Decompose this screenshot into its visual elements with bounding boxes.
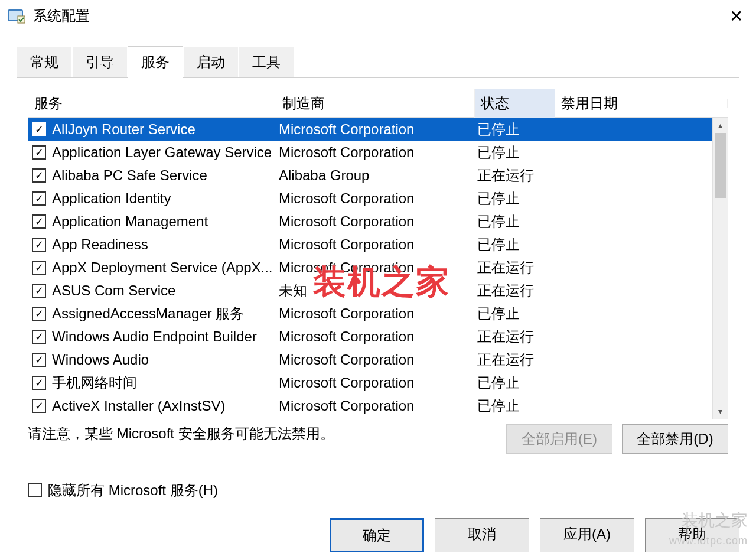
svg-rect-1 [18,16,25,23]
msconfig-icon [7,8,26,24]
column-date-disabled[interactable]: 禁用日期 [555,89,700,118]
cell-date-disabled [555,289,728,292]
column-status[interactable]: 状态 [475,89,555,118]
service-row[interactable]: Application ManagementMicrosoft Corporat… [28,210,728,233]
services-listview: 服务 制造商 状态 禁用日期 AllJoyn Router ServiceMic… [28,89,728,419]
cell-date-disabled [555,313,728,315]
cell-status: 已停止 [475,372,555,393]
service-row[interactable]: Windows AudioMicrosoft Corporation正在运行 [28,348,728,371]
service-row[interactable]: Alibaba PC Safe ServiceAlibaba Group正在运行 [28,164,728,187]
service-row[interactable]: AllJoyn Router ServiceMicrosoft Corporat… [28,118,728,141]
tab-tools[interactable]: 工具 [239,46,294,77]
tab-panel-services: 服务 制造商 状态 禁用日期 AllJoyn Router ServiceMic… [17,77,739,500]
cell-date-disabled [555,382,728,384]
cell-service: Windows Audio Endpoint Builder [50,327,276,346]
cell-service: ActiveX Installer (AxInstSV) [50,396,276,415]
cell-manufacturer: Microsoft Corporation [276,235,475,254]
scroll-up-icon[interactable]: ▴ [713,118,728,133]
row-checkbox[interactable] [32,214,46,229]
service-row[interactable]: 手机网络时间Microsoft Corporation已停止 [28,371,728,394]
row-checkbox[interactable] [32,307,46,321]
close-icon[interactable]: ✕ [724,4,749,28]
cell-manufacturer: Microsoft Corporation [276,212,475,231]
cell-service: AppX Deployment Service (AppX... [50,258,276,277]
cell-manufacturer: Microsoft Corporation [276,120,475,139]
service-row[interactable]: Application Layer Gateway ServiceMicroso… [28,141,728,164]
scroll-thumb[interactable] [715,133,726,198]
cell-manufacturer: Microsoft Corporation [276,396,475,415]
cell-manufacturer: Microsoft Corporation [276,258,475,277]
cell-service: Application Identity [50,189,276,208]
service-row[interactable]: AssignedAccessManager 服务Microsoft Corpor… [28,302,728,325]
cell-date-disabled [555,243,728,246]
service-row[interactable]: ASUS Com Service未知正在运行 [28,279,728,302]
row-checkbox[interactable] [32,122,46,136]
service-row[interactable]: Windows Audio Endpoint BuilderMicrosoft … [28,325,728,348]
listview-body: AllJoyn Router ServiceMicrosoft Corporat… [28,118,728,419]
scrollbar-vertical[interactable]: ▴ ▾ [712,118,728,419]
row-checkbox[interactable] [32,145,46,160]
apply-button[interactable]: 应用(A) [540,518,634,552]
tab-general[interactable]: 常规 [17,46,72,77]
column-service[interactable]: 服务 [28,89,276,118]
cell-date-disabled [555,174,728,177]
cell-status: 已停止 [475,188,555,209]
cell-manufacturer: Microsoft Corporation [276,304,475,323]
window-title: 系统配置 [33,6,724,25]
cell-manufacturer: Alibaba Group [276,166,475,185]
row-checkbox[interactable] [32,399,46,413]
cell-manufacturer: Microsoft Corporation [276,350,475,369]
service-row[interactable]: ActiveX Installer (AxInstSV)Microsoft Co… [28,394,728,417]
service-row[interactable]: Application IdentityMicrosoft Corporatio… [28,187,728,210]
cell-service: Alibaba PC Safe Service [50,166,276,185]
cell-date-disabled [555,197,728,200]
hide-ms-checkbox[interactable] [28,483,42,497]
tab-boot[interactable]: 引导 [72,46,128,77]
cell-status: 正在运行 [475,349,555,370]
tab-services[interactable]: 服务 [128,46,183,79]
column-spacer [700,99,728,108]
column-manufacturer[interactable]: 制造商 [276,89,475,118]
cell-service: Application Management [50,212,276,231]
tab-startup[interactable]: 启动 [183,46,239,77]
cell-service: ASUS Com Service [50,281,276,300]
cell-service: 手机网络时间 [50,372,276,393]
cell-status: 已停止 [475,211,555,232]
cell-status: 已停止 [475,142,555,163]
cell-status: 正在运行 [475,280,555,301]
row-checkbox[interactable] [32,330,46,344]
tabstrip: 常规 引导 服务 启动 工具 [0,46,756,77]
hide-ms-label: 隐藏所有 Microsoft 服务(H) [48,481,218,500]
cell-manufacturer: Microsoft Corporation [276,143,475,162]
cell-status: 正在运行 [475,165,555,186]
cell-manufacturer: Microsoft Corporation [276,327,475,346]
row-checkbox[interactable] [32,376,46,390]
scroll-down-icon[interactable]: ▾ [713,404,728,419]
dialog-button-row: 确定 取消 应用(A) 帮助 [0,509,756,553]
cell-date-disabled [555,220,728,223]
row-checkbox[interactable] [32,238,46,252]
cell-status: 正在运行 [475,257,555,278]
disable-note: 请注意，某些 Microsoft 安全服务可能无法禁用。 [28,424,497,443]
cell-status: 已停止 [475,119,555,140]
cell-service: AllJoyn Router Service [50,120,276,139]
row-checkbox[interactable] [32,284,46,298]
enable-all-button[interactable]: 全部启用(E) [506,424,612,454]
cell-date-disabled [555,151,728,154]
cancel-button[interactable]: 取消 [435,518,529,552]
row-checkbox[interactable] [32,191,46,206]
row-checkbox[interactable] [32,261,46,275]
cell-manufacturer: 未知 [276,280,475,301]
cell-date-disabled [555,128,728,131]
cell-status: 已停止 [475,395,555,417]
row-checkbox[interactable] [32,353,46,367]
help-button[interactable]: 帮助 [645,518,739,552]
service-row[interactable]: App ReadinessMicrosoft Corporation已停止 [28,233,728,256]
service-row[interactable]: AppX Deployment Service (AppX...Microsof… [28,256,728,279]
disable-all-button[interactable]: 全部禁用(D) [622,424,728,454]
ok-button[interactable]: 确定 [330,518,424,552]
row-checkbox[interactable] [32,168,46,183]
cell-status: 正在运行 [475,326,555,347]
cell-status: 已停止 [475,234,555,255]
titlebar: 系统配置 ✕ [0,0,756,32]
